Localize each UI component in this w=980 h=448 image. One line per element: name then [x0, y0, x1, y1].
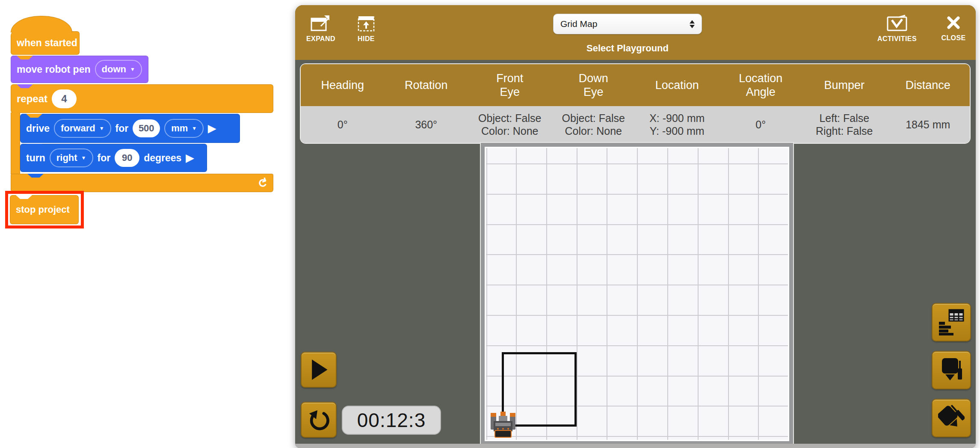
dropdown-value: right — [56, 152, 77, 163]
block-when-started[interactable]: when started — [11, 31, 80, 55]
expand-button[interactable]: EXPAND — [305, 14, 337, 43]
block-drive[interactable]: drive forward ▼ for 500 mm ▼ ▶ — [20, 114, 240, 143]
repeat-c-arm — [11, 113, 20, 174]
camera-top-icon — [939, 357, 964, 383]
block-label: degrees — [144, 152, 181, 164]
hide-label: HIDE — [358, 35, 375, 43]
timer-display: 00:12:3 — [342, 406, 441, 435]
close-icon — [945, 15, 962, 31]
block-label: move robot pen — [17, 64, 91, 75]
sensor-value: 360° — [385, 106, 468, 143]
turn-direction-dropdown[interactable]: right ▼ — [50, 148, 93, 167]
dropdown-value: mm — [171, 123, 188, 134]
reset-button[interactable] — [301, 402, 337, 438]
hide-button[interactable]: HIDE — [352, 14, 380, 43]
column-header: Front Eye — [468, 64, 552, 106]
chevron-down-icon: ▼ — [81, 155, 86, 160]
run-block-icon[interactable]: ▶ — [208, 123, 216, 134]
sensor-value: Left: False Right: False — [802, 106, 886, 143]
block-notch — [17, 84, 33, 88]
run-block-icon[interactable]: ▶ — [186, 153, 193, 163]
block-label: turn — [26, 152, 45, 164]
column-header: Down Eye — [552, 64, 636, 106]
camera-angled-icon — [938, 405, 965, 431]
block-label: for — [98, 152, 111, 164]
block-notch — [26, 114, 42, 118]
top-view-button[interactable] — [932, 351, 971, 389]
chevron-down-icon: ▼ — [99, 126, 104, 131]
play-button[interactable] — [301, 352, 337, 388]
dashboard-view-button[interactable] — [932, 303, 971, 341]
app-canvas: when started move robot pen down ▼ repea… — [0, 0, 980, 448]
activities-button[interactable]: ACTIVITIES — [876, 14, 918, 43]
turn-angle-input[interactable]: 90 — [115, 149, 139, 167]
sensor-header-row: Heading Rotation Front Eye Down Eye Loca… — [301, 64, 970, 106]
block-notch — [27, 174, 44, 178]
block-repeat[interactable]: repeat 4 — [11, 84, 273, 113]
playground-header: EXPAND HIDE Grid Map Select Playground — [295, 5, 976, 60]
sensor-value-row: 0° 360° Object: False Color: None Object… — [301, 106, 970, 143]
block-turn[interactable]: turn right ▼ for 90 degrees ▶ — [20, 144, 207, 172]
playground-select-value: Grid Map — [560, 19, 597, 29]
window-bottom-edge — [295, 444, 976, 448]
close-label: CLOSE — [941, 34, 965, 42]
column-header: Distance — [886, 64, 970, 106]
play-icon — [306, 357, 332, 383]
angled-view-button[interactable] — [932, 399, 971, 437]
column-header: Location Angle — [719, 64, 803, 106]
expand-label: EXPAND — [306, 35, 335, 43]
sensor-value: 0° — [719, 106, 803, 143]
sensor-value: 1845 mm — [886, 106, 970, 143]
loop-arrow-icon: ↻ — [254, 176, 271, 190]
block-label: when started — [17, 37, 77, 49]
block-label: for — [115, 123, 129, 134]
repeat-count-input[interactable]: 4 — [52, 89, 77, 108]
activities-icon — [886, 14, 908, 32]
drive-distance-input[interactable]: 500 — [133, 119, 160, 137]
sensor-value: Object: False Color: None — [552, 106, 636, 143]
expand-icon — [311, 14, 331, 32]
chevron-down-icon: ▼ — [192, 126, 197, 131]
select-playground-caption: Select Playground — [553, 43, 702, 54]
block-label: drive — [26, 123, 50, 134]
sensor-value: Object: False Color: None — [468, 106, 552, 143]
block-repeat-footer[interactable]: ↻ — [11, 174, 273, 192]
data-table-icon — [938, 309, 965, 335]
sensor-value: 0° — [301, 106, 385, 143]
sensor-value: X: -900 mm Y: -900 mm — [635, 106, 719, 143]
dropdown-value: down — [102, 64, 126, 75]
playground-window: EXPAND HIDE Grid Map Select Playground — [295, 5, 976, 448]
column-header: Heading — [301, 64, 385, 106]
block-move-robot-pen[interactable]: move robot pen down ▼ — [11, 56, 148, 83]
highlight-box — [5, 191, 84, 228]
column-header: Bumper — [802, 64, 886, 106]
playground-select[interactable]: Grid Map — [553, 14, 702, 34]
block-label: repeat — [17, 93, 47, 105]
drive-direction-dropdown[interactable]: forward ▼ — [54, 119, 111, 138]
chevron-down-icon: ▼ — [130, 67, 135, 72]
robot — [490, 412, 516, 438]
reset-icon — [305, 406, 332, 433]
column-header: Location — [635, 64, 719, 106]
activities-label: ACTIVITIES — [877, 35, 917, 43]
dropdown-value: forward — [61, 123, 95, 134]
drive-unit-dropdown[interactable]: mm ▼ — [164, 119, 204, 138]
select-stepper-icon — [690, 20, 695, 28]
sensor-dashboard: Heading Rotation Front Eye Down Eye Loca… — [301, 64, 970, 143]
pen-position-dropdown[interactable]: down ▼ — [95, 60, 142, 79]
block-notch — [26, 144, 42, 148]
close-button[interactable]: CLOSE — [939, 15, 968, 42]
block-notch — [17, 56, 33, 59]
hide-icon — [357, 14, 376, 32]
column-header: Rotation — [385, 64, 468, 106]
